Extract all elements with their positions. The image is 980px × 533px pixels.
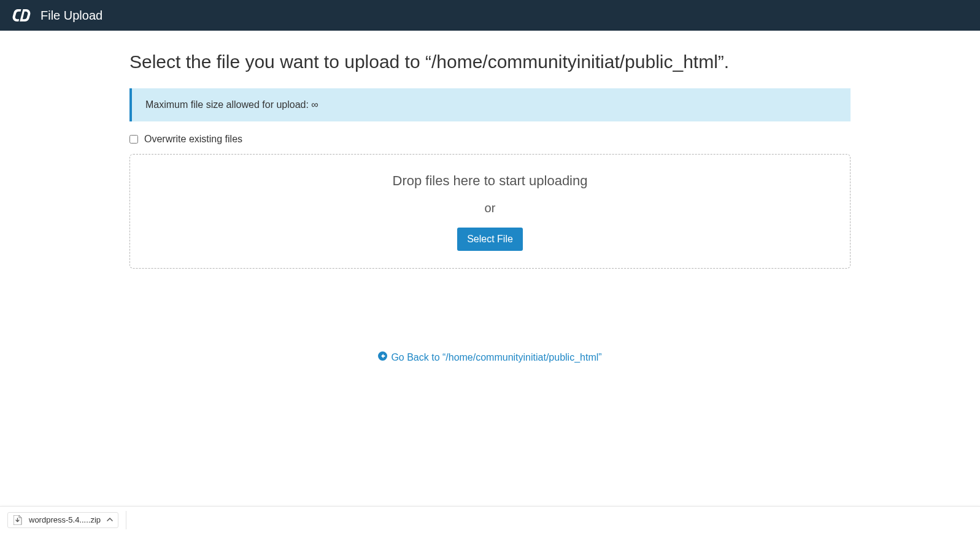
info-text: Maximum file size allowed for upload: ∞ xyxy=(145,99,318,110)
or-text: or xyxy=(142,201,838,215)
page-heading: Select the file you want to upload to “/… xyxy=(129,52,851,72)
overwrite-checkbox-row[interactable]: Overwrite existing files xyxy=(129,134,851,145)
navbar: File Upload xyxy=(0,0,980,31)
overwrite-label: Overwrite existing files xyxy=(144,134,242,145)
drop-text: Drop files here to start uploading xyxy=(142,173,838,189)
heading-prefix: Select the file you want to upload to xyxy=(129,52,425,72)
cpanel-logo-icon xyxy=(12,9,31,22)
go-back-container: Go Back to “/home/communityinitiat/publi… xyxy=(129,351,851,363)
select-file-button[interactable]: Select File xyxy=(457,228,523,251)
main-container: Select the file you want to upload to “/… xyxy=(129,31,851,363)
dropzone[interactable]: Drop files here to start uploading or Se… xyxy=(129,154,851,269)
arrow-left-circle-icon xyxy=(378,351,387,363)
overwrite-checkbox[interactable] xyxy=(129,135,138,144)
go-back-link[interactable]: Go Back to “/home/communityinitiat/publi… xyxy=(378,351,601,363)
info-alert: Maximum file size allowed for upload: ∞ xyxy=(129,88,851,121)
heading-path: “/home/communityinitiat/public_html”. xyxy=(425,52,729,72)
go-back-text: Go Back to “/home/communityinitiat/publi… xyxy=(391,352,601,363)
page-title-navbar: File Upload xyxy=(41,9,102,23)
